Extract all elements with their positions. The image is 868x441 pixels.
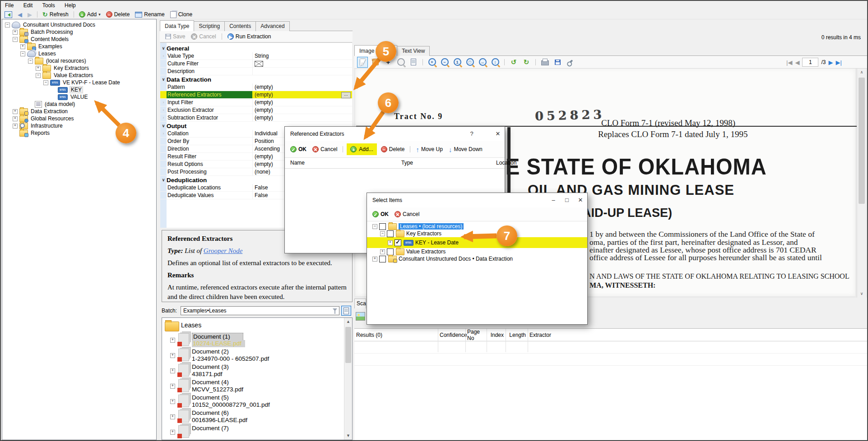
tree-expander[interactable]: − bbox=[372, 224, 377, 229]
property-value[interactable]: (empty) bbox=[252, 91, 352, 98]
prev-page-button[interactable]: ◀ bbox=[795, 59, 799, 66]
tree-expander[interactable]: + bbox=[380, 249, 385, 254]
cancel-button[interactable]: ✕Cancel bbox=[189, 33, 218, 40]
first-page-button[interactable]: |◀ bbox=[786, 59, 792, 66]
tree-node-local-resources[interactable]: −(local resources) bbox=[2, 57, 156, 64]
fit-height-button[interactable]: ↕ bbox=[490, 57, 500, 67]
expand-chevron-icon[interactable]: › bbox=[160, 115, 167, 120]
next-page-button[interactable]: ▶ bbox=[828, 59, 833, 66]
ok-button[interactable]: ✓OK bbox=[371, 211, 390, 218]
select-tree-node-key-lease-date[interactable]: +0721KEY - Lease Date bbox=[367, 237, 587, 248]
tree-node-key[interactable]: 0721KEY bbox=[2, 86, 156, 93]
column-location[interactable]: Location bbox=[496, 160, 516, 166]
close-icon[interactable]: ✕ bbox=[491, 127, 505, 140]
tree-expander[interactable]: + bbox=[13, 30, 18, 35]
grid-section-data-extraction[interactable]: ∨Data Extraction bbox=[160, 75, 352, 83]
move-down-button[interactable]: ↓Move Down bbox=[447, 145, 484, 154]
run-extraction-button[interactable]: ▶Run Extraction bbox=[226, 33, 273, 40]
close-icon[interactable]: ✕ bbox=[574, 193, 587, 207]
rotate-right-button[interactable]: ↻ bbox=[521, 57, 531, 67]
document-entry-document-4[interactable]: +Document (4)MCVV_512273.pdf bbox=[170, 378, 352, 394]
collapse-chevron-icon[interactable]: ∨ bbox=[160, 178, 167, 182]
print-button[interactable] bbox=[540, 57, 550, 67]
property-value[interactable]: (empty) bbox=[252, 99, 352, 106]
grid-row-pattern[interactable]: Pattern(empty) bbox=[160, 83, 352, 91]
menu-tools[interactable]: Tools bbox=[38, 1, 59, 9]
minimize-icon[interactable]: – bbox=[547, 193, 560, 207]
tab-data-type[interactable]: Data Type bbox=[160, 20, 194, 31]
document-entry-document-2[interactable]: +Document (2)1-234970-000 - 6052507.pdf bbox=[170, 348, 352, 363]
results-column-confidence[interactable]: Confidence bbox=[438, 332, 465, 338]
batch-combo[interactable]: Examples•Leases bbox=[181, 306, 339, 315]
tree-node-data-model[interactable]: (data model) bbox=[2, 101, 156, 108]
property-value[interactable] bbox=[252, 60, 352, 67]
expand-chevron-icon[interactable]: › bbox=[160, 108, 167, 112]
node-checkbox[interactable] bbox=[387, 230, 394, 237]
property-value[interactable]: (empty) bbox=[252, 114, 352, 121]
rename-button[interactable]: Rename bbox=[133, 11, 166, 18]
zoom-in-button[interactable]: + bbox=[427, 57, 437, 67]
tree-expander[interactable]: − bbox=[36, 73, 41, 78]
expand-chevron-icon[interactable]: › bbox=[160, 54, 167, 58]
results-column-results-0[interactable]: Results (0) bbox=[354, 332, 438, 338]
view-document-button[interactable] bbox=[341, 306, 351, 316]
property-value[interactable]: (empty) bbox=[252, 106, 352, 114]
fit-width-button[interactable]: ↔ bbox=[478, 57, 487, 67]
scroll-up-icon[interactable]: ∧ bbox=[857, 69, 866, 76]
zoom-actual-button[interactable]: 1 bbox=[452, 57, 462, 67]
results-column-page-no[interactable]: Page No bbox=[465, 329, 487, 341]
add-button[interactable]: +Add▾ bbox=[77, 11, 102, 18]
tree-node-value[interactable]: 0721VALUE bbox=[2, 93, 156, 101]
scroll-down-icon[interactable]: ∨ bbox=[857, 290, 866, 298]
tab-contents[interactable]: Contents bbox=[224, 21, 256, 31]
tree-node-data-extraction[interactable]: +Data Extraction bbox=[2, 108, 156, 115]
add-button[interactable]: +Add... bbox=[347, 143, 376, 155]
collapse-chevron-icon[interactable]: ∨ bbox=[160, 124, 167, 128]
delete-button[interactable]: −Delete bbox=[379, 146, 407, 153]
tree-expander[interactable]: + bbox=[36, 66, 41, 71]
grid-row-description[interactable]: Description bbox=[160, 68, 352, 75]
results-column-index[interactable]: Index bbox=[487, 332, 506, 338]
save-button[interactable]: Save bbox=[163, 33, 187, 40]
collapse-chevron-icon[interactable]: ∨ bbox=[160, 46, 167, 51]
property-value[interactable]: (empty) bbox=[252, 83, 352, 91]
tree-expander[interactable]: − bbox=[20, 51, 25, 56]
select-tree-node-value-extractors[interactable]: +Value Extractors bbox=[367, 248, 587, 255]
grid-row-input-filter[interactable]: ›Input Filter(empty) bbox=[160, 99, 352, 106]
ok-button[interactable]: ✓OK bbox=[288, 146, 308, 153]
tree-expander[interactable]: + bbox=[20, 44, 25, 49]
tree-node-key-extractors[interactable]: +Key Extractors bbox=[2, 64, 156, 72]
grooper-node-link[interactable]: Grooper Node bbox=[204, 247, 243, 254]
node-checkbox[interactable] bbox=[395, 239, 401, 246]
document-entry-document-5[interactable]: +Document (5)10152_0000087279_001.pdf bbox=[170, 394, 352, 409]
document-entry-document-3[interactable]: +Document (3)438171.pdf bbox=[170, 363, 352, 378]
node-checkbox[interactable] bbox=[387, 248, 394, 255]
viewer-scrollbar[interactable]: ∧ ∨ bbox=[857, 69, 866, 298]
pointer-tool-button[interactable] bbox=[357, 57, 368, 68]
tree-node-examples[interactable]: +Examples bbox=[2, 43, 156, 50]
scroll-up-icon[interactable]: ▲ bbox=[344, 318, 352, 326]
scrollbar-thumb[interactable] bbox=[345, 327, 351, 363]
delete-button[interactable]: −Delete bbox=[104, 11, 132, 18]
tree-expander[interactable]: + bbox=[13, 116, 18, 121]
back-button[interactable]: ◀ bbox=[16, 11, 24, 18]
grid-section-general[interactable]: ∨General bbox=[160, 44, 352, 52]
browse-ellipsis-button[interactable]: … bbox=[341, 92, 351, 98]
image-settings-button[interactable] bbox=[565, 57, 575, 67]
results-column-length[interactable]: Length bbox=[506, 332, 528, 338]
document-entry-document-6[interactable]: +Document (6)0016396-LEASE.pdf bbox=[170, 409, 352, 424]
menu-help[interactable]: Help bbox=[60, 1, 80, 9]
tree-node-global-resources[interactable]: +Global Resources bbox=[2, 115, 156, 122]
tree-expander[interactable]: + bbox=[170, 353, 175, 358]
tree-node-batch-processing[interactable]: +Batch Processing bbox=[2, 28, 156, 36]
tree-expander[interactable]: − bbox=[5, 23, 10, 28]
property-value[interactable]: String bbox=[252, 52, 352, 60]
menu-file[interactable]: File bbox=[1, 1, 18, 9]
fit-page-button[interactable]: □ bbox=[465, 57, 475, 67]
select-tree-node-consultant-unstructured-docs-data-extraction[interactable]: +Consultant Unstructured Docs • Data Ext… bbox=[367, 255, 587, 262]
results-column-extractor[interactable]: Extractor bbox=[528, 332, 868, 338]
zoom-out-button[interactable]: − bbox=[440, 57, 450, 67]
scrollbar-thumb[interactable] bbox=[859, 78, 865, 204]
tree-expander[interactable]: + bbox=[13, 124, 18, 129]
collapse-chevron-icon[interactable]: ∨ bbox=[160, 77, 167, 82]
